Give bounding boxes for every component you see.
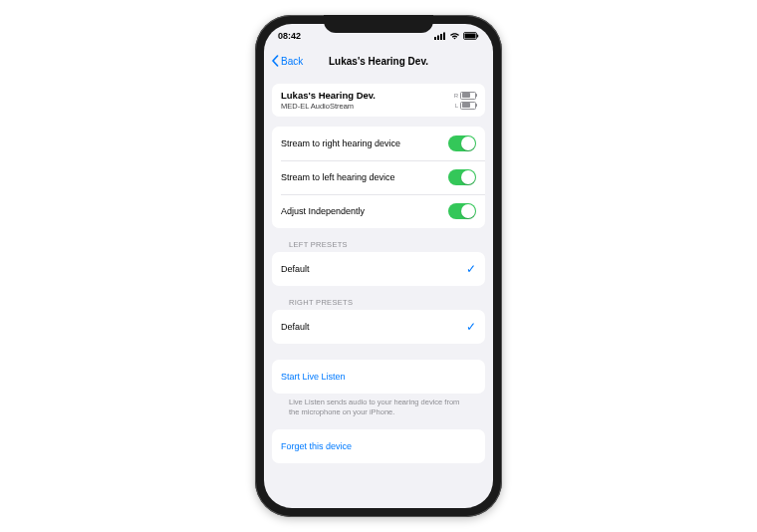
- forget-device-button[interactable]: Forget this device: [272, 429, 485, 463]
- stream-left-row: Stream to left hearing device: [272, 160, 485, 194]
- content: Lukas's Hearing Dev. MED-EL AudioStream …: [264, 84, 493, 463]
- phone-frame: 08:42 Ba: [255, 15, 502, 517]
- left-preset-default-row[interactable]: Default ✓: [272, 252, 485, 286]
- battery-icon: [460, 102, 476, 110]
- svg-rect-2: [440, 34, 442, 40]
- battery-icon: [460, 92, 476, 100]
- start-live-listen-label: Start Live Listen: [281, 372, 346, 382]
- back-button[interactable]: Back: [264, 54, 303, 68]
- notch: [324, 15, 433, 33]
- svg-rect-1: [437, 36, 439, 41]
- start-live-listen-button[interactable]: Start Live Listen: [272, 360, 485, 394]
- stream-right-row: Stream to right hearing device: [272, 127, 485, 160]
- checkmark-icon: ✓: [466, 262, 476, 276]
- screen: 08:42 Ba: [264, 24, 493, 508]
- nav-bar: Back Lukas's Hearing Dev.: [264, 48, 493, 74]
- adjust-independently-row: Adjust Independently: [272, 194, 485, 228]
- wifi-icon: [449, 32, 460, 40]
- adjust-independently-label: Adjust Independently: [281, 206, 365, 216]
- device-model: MED-EL AudioStream: [281, 102, 376, 111]
- chevron-left-icon: [270, 54, 280, 68]
- status-right: [434, 32, 479, 40]
- checkmark-icon: ✓: [466, 320, 476, 334]
- stream-toggles-group: Stream to right hearing device Stream to…: [272, 127, 485, 228]
- stream-right-toggle[interactable]: [448, 135, 476, 151]
- device-battery-levels: R L: [454, 92, 476, 110]
- battery-r-label: R: [454, 93, 458, 99]
- device-info-group: Lukas's Hearing Dev. MED-EL AudioStream …: [272, 84, 485, 117]
- device-info-row: Lukas's Hearing Dev. MED-EL AudioStream …: [272, 84, 485, 117]
- svg-rect-6: [477, 35, 478, 38]
- left-preset-default-label: Default: [281, 264, 310, 274]
- stream-right-label: Stream to right hearing device: [281, 138, 400, 148]
- battery-l-label: L: [455, 103, 458, 109]
- back-button-label: Back: [281, 56, 303, 67]
- right-preset-default-row[interactable]: Default ✓: [272, 310, 485, 344]
- cellular-signal-icon: [434, 32, 446, 40]
- device-name: Lukas's Hearing Dev.: [281, 90, 376, 101]
- svg-rect-3: [443, 33, 445, 41]
- status-time: 08:42: [278, 31, 301, 41]
- live-listen-group: Start Live Listen: [272, 360, 485, 394]
- status-battery-icon: [463, 32, 479, 40]
- right-preset-default-label: Default: [281, 322, 310, 332]
- left-presets-group: Default ✓: [272, 252, 485, 286]
- live-listen-footer: Live Listen sends audio to your hearing …: [272, 394, 485, 417]
- right-presets-group: Default ✓: [272, 310, 485, 344]
- stream-left-toggle[interactable]: [448, 169, 476, 185]
- right-presets-header: RIGHT PRESETS: [272, 286, 485, 310]
- stream-left-label: Stream to left hearing device: [281, 172, 395, 182]
- adjust-independently-toggle[interactable]: [448, 203, 476, 219]
- forget-device-label: Forget this device: [281, 441, 352, 451]
- svg-rect-5: [465, 34, 476, 39]
- forget-device-group: Forget this device: [272, 429, 485, 463]
- left-presets-header: LEFT PRESETS: [272, 228, 485, 252]
- svg-rect-0: [434, 37, 436, 40]
